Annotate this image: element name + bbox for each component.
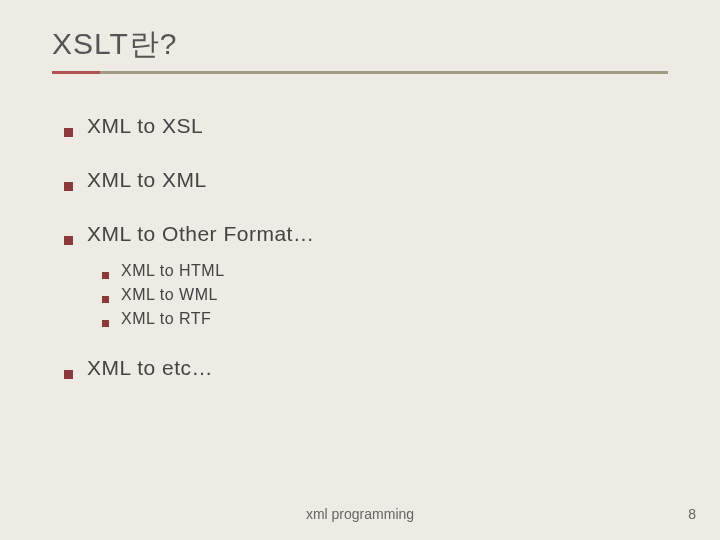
slide-title: XSLT란? [52,24,668,71]
list-item-label: XML to HTML [121,262,225,280]
bullet-icon [64,370,73,379]
bullet-icon [102,296,109,303]
list-item: XML to HTML [102,262,668,280]
list-item: XML to etc… [64,356,668,380]
title-underline-accent [52,71,100,74]
bullet-icon [102,320,109,327]
content: XML to XSL XML to XML XML to Other Forma… [52,84,668,380]
list-item-label: XML to XML [87,168,207,192]
slide: XSLT란? XML to XSL XML to XML XML to Othe… [0,0,720,540]
list-item: XML to Other Format… [64,222,668,246]
page-number: 8 [688,506,696,522]
list-item-label: XML to WML [121,286,218,304]
list-item: XML to WML [102,286,668,304]
list-item: XML to XML [64,168,668,192]
sub-list: XML to HTML XML to WML XML to RTF [64,262,668,328]
list-item-label: XML to Other Format… [87,222,314,246]
list-item-label: XML to RTF [121,310,211,328]
list-item: XML to RTF [102,310,668,328]
bullet-icon [102,272,109,279]
bullet-icon [64,182,73,191]
list-item: XML to XSL [64,114,668,138]
title-underline [52,71,668,74]
list-item-label: XML to etc… [87,356,213,380]
bullet-icon [64,236,73,245]
footer-text: xml programming [0,506,720,522]
bullet-icon [64,128,73,137]
list-item-label: XML to XSL [87,114,203,138]
title-block: XSLT란? [52,24,668,74]
